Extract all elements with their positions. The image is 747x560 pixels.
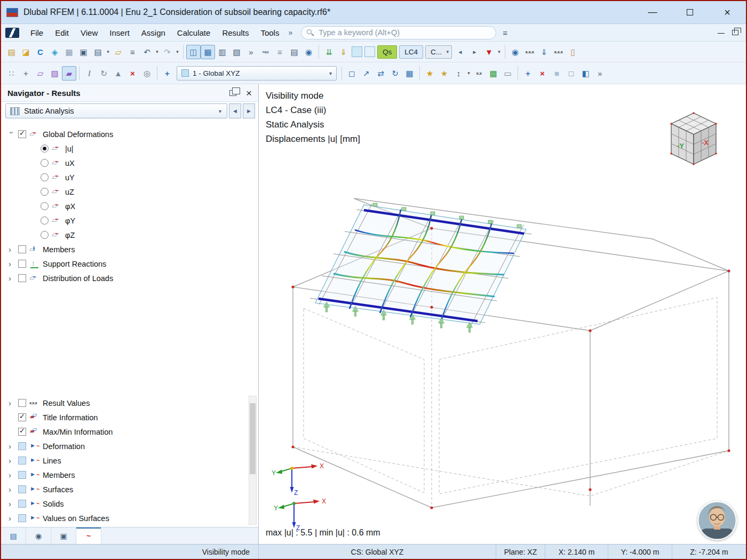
workplane-yz-icon[interactable]: ▰ [62,66,76,81]
point-grid-icon[interactable]: ∷ [4,66,19,81]
print-dropdown-icon[interactable]: ▾ [105,49,111,54]
tree-item[interactable]: Values on Surfaces [1,511,247,525]
menu-edit[interactable]: Edit [49,25,75,41]
tree-item[interactable]: Members [1,468,247,482]
menu-calculate[interactable]: Calculate [171,25,217,41]
load-color-swatch-1[interactable] [352,46,362,57]
expand-panel-icon[interactable]: » [244,45,258,59]
tree-item-control[interactable] [18,245,26,253]
separator[interactable] [183,45,184,59]
load-color-swatch-2[interactable] [364,46,375,57]
redo-icon[interactable]: ↷ [160,45,174,59]
expander-icon[interactable] [9,261,15,267]
expander-icon[interactable] [9,131,15,138]
tree-item[interactable]: Max/Min Information [1,425,247,439]
tables-toggle-icon[interactable]: ▦ [201,45,215,59]
viewport[interactable]: Visibility mode LC4 - Case (iii) Static … [259,84,746,544]
scrollbar-thumb[interactable] [250,403,256,474]
tree-item-control[interactable] [41,231,49,239]
separator[interactable] [341,66,342,80]
filter-dropdown-icon[interactable]: ▾ [496,49,502,54]
menu-tools[interactable]: Tools [255,25,285,41]
plane-settings-icon[interactable]: ◎ [140,66,154,81]
float-panel-icon[interactable] [229,90,236,96]
add-note-icon[interactable]: ▱ [111,45,125,59]
tree-item[interactable]: Support Reactions [1,257,247,271]
expander-icon[interactable] [9,472,15,478]
gallery-icon[interactable]: ▦ [62,45,76,59]
menu-overflow-icon[interactable]: » [285,28,296,37]
load-case-button[interactable]: LC4 [399,45,423,59]
clipping-object-icon[interactable]: ▯ [566,45,580,59]
cs-tool-icon[interactable]: + [160,66,174,81]
tree-item[interactable]: Result Values [1,396,247,410]
redo-dropdown-icon[interactable]: ▾ [174,49,180,54]
tree-item-control[interactable] [41,173,49,181]
menu-view[interactable]: View [75,25,104,41]
section-view-icon[interactable]: ◧ [578,66,593,81]
delete-results-icon[interactable]: × [535,66,550,81]
separator[interactable] [319,45,319,59]
keyword-search-input[interactable] [301,26,496,39]
extreme-values-icon[interactable]: x.x.x [551,45,566,59]
rotate-plane-icon[interactable]: ↻ [97,66,111,81]
tree-item-control[interactable] [41,159,49,167]
guidelines-icon[interactable]: / [82,66,97,81]
separator[interactable] [157,66,157,80]
tree-item[interactable]: |u| [1,141,247,156]
workplane-xz-icon[interactable]: ▨ [47,66,62,81]
save-icon[interactable]: ▣ [76,45,91,59]
tree-item[interactable]: uZ [1,185,247,199]
tree-item[interactable]: φX [1,199,247,213]
tree-item[interactable]: Global Deformations [1,127,247,141]
tree-item[interactable]: Title Information [1,410,247,425]
tree-item-control[interactable] [18,442,26,450]
undo-dropdown-icon[interactable]: ▾ [154,49,160,54]
minmax-dropdown-icon[interactable]: ▾ [466,70,472,76]
tree-item-control[interactable] [41,202,49,210]
previous-case-icon[interactable]: ◄ [453,45,467,59]
tree-item-control[interactable] [41,217,49,225]
expander-icon[interactable] [9,443,15,450]
undo-icon[interactable]: ↶ [140,45,154,59]
tree-item[interactable]: uY [1,170,247,185]
tree-item[interactable]: φZ [1,228,247,242]
tree-item[interactable]: Members [1,242,247,257]
tree-item-control[interactable] [18,514,26,522]
expander-icon[interactable] [9,275,15,282]
open-model-icon[interactable]: ◪ [19,45,33,59]
generate-combinations-icon[interactable]: ★ [423,66,437,81]
sections-icon[interactable]: ▧ [229,45,244,59]
move-entities-icon[interactable]: ↗ [359,66,374,81]
print-icon[interactable]: ▤ [91,45,105,59]
rotate-entities-icon[interactable]: ↻ [388,66,402,81]
mirror-icon[interactable]: ▲ [111,66,125,81]
report-icon[interactable]: ▤ [287,45,301,59]
advanced-search-icon[interactable]: ≡ [503,28,507,37]
tree-item-control[interactable] [18,457,26,465]
web-services-icon[interactable]: ◉ [301,45,316,59]
menu-assign[interactable]: Assign [136,25,171,41]
separator[interactable] [419,66,420,80]
tree-item-control[interactable] [18,413,26,421]
tab-views[interactable]: ▣ [51,527,76,544]
tree-item-control[interactable] [18,274,26,282]
separator[interactable] [518,66,518,80]
close-panel-icon[interactable] [246,88,252,98]
mesh-settings-icon[interactable]: ▭ [500,66,515,81]
expander-icon[interactable] [9,515,15,522]
tree-item-control[interactable] [18,130,26,138]
clipboard-icon[interactable]: ≡ [125,45,140,59]
tab-visibility[interactable]: ◉ [26,527,51,544]
menu-file[interactable]: File [25,25,49,41]
layers-icon[interactable]: ≡ [273,45,287,59]
zoom-select-icon[interactable]: + [521,66,535,81]
navigator-scrollbar[interactable] [249,396,257,525]
model-cube-icon[interactable]: ◈ [47,45,62,59]
xx-values-icon[interactable]: x.x [472,66,486,81]
sc-generator-icon[interactable]: >sc [258,45,273,59]
mesh-generate-icon[interactable]: ▩ [486,66,500,81]
show-minmax-icon[interactable]: ⇓ [537,45,551,59]
qs-button[interactable]: Qs [377,45,397,59]
delete-selection-icon[interactable]: × [125,66,140,81]
